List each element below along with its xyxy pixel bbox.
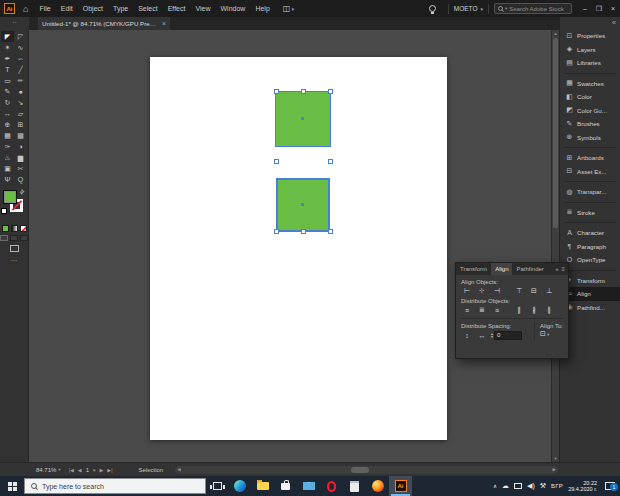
pen-tool[interactable]: ✒ <box>1 53 14 64</box>
menu-window[interactable]: Window <box>221 5 246 12</box>
dock-item-swatches[interactable]: ▦Swatches <box>560 77 620 91</box>
arrange-documents-button[interactable]: ◫ ▾ <box>283 4 294 13</box>
document-tab[interactable]: Untitled-1* @ 84.71% (CMYK/GPU Preview) … <box>38 17 170 30</box>
zoom-dropdown-icon[interactable]: ▾ <box>58 467 60 472</box>
start-button[interactable] <box>0 476 24 496</box>
symbol-sprayer-tool[interactable]: ♨ <box>1 152 14 163</box>
calc-taskbar-button[interactable] <box>343 476 366 496</box>
menu-edit[interactable]: Edit <box>61 5 73 12</box>
dock-item-properties[interactable]: ⊡Properties <box>560 29 620 43</box>
taskbar-search-input[interactable]: Type here to search <box>24 478 206 494</box>
rotate-tool[interactable]: ↻ <box>1 97 14 108</box>
horizontal-scrollbar[interactable]: ◀ ▶ <box>175 466 558 474</box>
blend-tool[interactable]: ◑ <box>14 141 27 152</box>
task-view-button[interactable] <box>206 476 228 496</box>
show-hidden-icons-button[interactable]: ∧ <box>493 483 497 489</box>
restore-button[interactable]: ❐ <box>592 0 606 17</box>
pencil-tool[interactable]: ✎ <box>1 86 14 97</box>
last-artboard-button[interactable]: ▶| <box>107 467 112 473</box>
mesh-tool[interactable]: ▦ <box>1 130 14 141</box>
scale-tool[interactable]: ↘ <box>14 97 27 108</box>
horizontal-align-right-button[interactable]: ⊣ <box>491 286 503 296</box>
dock-item-character[interactable]: ACharacter <box>560 226 620 240</box>
horizontal-distribute-left-button[interactable]: ∥ <box>513 305 525 315</box>
gradient-tool[interactable]: ▩ <box>14 130 27 141</box>
line-segment-tool[interactable]: ╱ <box>14 64 27 75</box>
selection-handle[interactable] <box>328 229 333 234</box>
next-artboard-button[interactable]: ▶ <box>100 467 104 473</box>
free-transform-tool[interactable]: ▱ <box>14 108 27 119</box>
menu-object[interactable]: Object <box>83 5 103 12</box>
display-icon[interactable] <box>514 483 522 489</box>
none-button[interactable] <box>20 225 27 232</box>
draw-inside-button[interactable] <box>20 235 28 241</box>
selection-tool[interactable]: ◤ <box>1 31 14 42</box>
horizontal-scroll-thumb[interactable] <box>351 467 369 473</box>
firefox-taskbar-button[interactable] <box>366 476 389 496</box>
vertical-align-center-button[interactable]: ⊟ <box>528 286 540 296</box>
width-tool[interactable]: ↔ <box>1 108 14 119</box>
curvature-tool[interactable]: ∽ <box>14 53 27 64</box>
dock-item-transparency[interactable]: ◍Transpar... <box>560 185 620 199</box>
paintbrush-tool[interactable]: ✏ <box>14 75 27 86</box>
selection-handle[interactable] <box>328 89 333 94</box>
menu-select[interactable]: Select <box>138 5 157 12</box>
vertical-align-top-button[interactable]: ⊤ <box>513 286 525 296</box>
lightbulb-icon[interactable] <box>429 5 436 12</box>
tab-close-icon[interactable]: × <box>159 20 166 27</box>
blob-brush-tool[interactable]: ● <box>14 86 27 97</box>
panel-menu-icon[interactable]: ≡ <box>561 266 565 272</box>
adobe-stock-search-input[interactable]: ▾ Search Adobe Stock <box>494 3 572 14</box>
horizontal-distribute-center-button[interactable]: ∦ <box>528 305 540 315</box>
artboard-number[interactable]: 1 <box>86 467 89 473</box>
gradient-button[interactable] <box>11 225 18 232</box>
minimize-button[interactable]: – <box>578 0 592 17</box>
column-graph-tool[interactable]: ▆ <box>14 152 27 163</box>
edit-toolbar-button[interactable]: … <box>0 255 28 262</box>
color-button[interactable] <box>2 225 9 232</box>
panel-tab-align[interactable]: Align <box>491 263 512 275</box>
type-tool[interactable]: T <box>1 64 14 75</box>
spacing-value-input[interactable]: 0 <box>494 331 522 340</box>
dock-item-color-guide[interactable]: ◩Color Gu... <box>560 104 620 118</box>
selection-handle[interactable] <box>274 229 279 234</box>
onedrive-cloud-icon[interactable]: ☁ <box>502 482 509 490</box>
stepper-down-icon[interactable]: ▾ <box>491 335 493 339</box>
dock-item-stroke[interactable]: ≣Stroke <box>560 206 620 220</box>
selection-handle[interactable] <box>301 89 306 94</box>
dock-item-transform[interactable]: ⌖Transform <box>560 274 620 288</box>
default-fill-stroke-icon[interactable] <box>1 208 7 214</box>
magic-wand-tool[interactable]: ✶ <box>1 42 14 53</box>
hand-tool[interactable]: Ψ <box>1 174 14 185</box>
shape-builder-tool[interactable]: ⊕ <box>1 119 14 130</box>
vertical-scroll-thumb[interactable] <box>553 38 558 228</box>
home-icon[interactable]: ⌂ <box>23 4 28 14</box>
scroll-right-icon[interactable]: ▶ <box>553 467 556 472</box>
dock-item-align[interactable]: ⊨Align <box>560 287 620 301</box>
dock-item-symbols[interactable]: ⊛Symbols <box>560 131 620 145</box>
spacing-stepper[interactable]: ▴▾ <box>491 332 493 339</box>
vertical-scrollbar[interactable]: ▲ ▼ <box>551 30 559 462</box>
draw-behind-button[interactable] <box>10 235 18 241</box>
artboard-dropdown-icon[interactable]: ▾ <box>93 467 96 473</box>
menu-effect[interactable]: Effect <box>168 5 186 12</box>
slice-tool[interactable]: ✂ <box>14 163 27 174</box>
vertical-distribute-top-button[interactable]: ≡ <box>461 305 473 315</box>
horizontal-distribute-space-button[interactable]: ↔ <box>476 330 488 340</box>
rectangle-tool[interactable]: ▭ <box>1 75 14 86</box>
explorer-taskbar-button[interactable] <box>251 476 274 496</box>
align-to-button[interactable]: ⊡ ▾ <box>540 330 563 338</box>
vertical-align-bottom-button[interactable]: ⊥ <box>543 286 555 296</box>
dock-item-libraries[interactable]: ▤Libraries <box>560 56 620 70</box>
vertical-distribute-space-button[interactable]: ↕ <box>461 330 473 340</box>
previous-artboard-button[interactable]: ◀ <box>78 467 82 473</box>
scroll-down-icon[interactable]: ▼ <box>552 456 559 461</box>
direct-selection-tool[interactable]: ◸ <box>14 31 27 42</box>
panel-tab-transform[interactable]: Transform <box>456 263 491 275</box>
selection-handle[interactable] <box>301 229 306 234</box>
panel-tab-pathfinder[interactable]: Pathfinder <box>512 263 547 275</box>
scroll-up-icon[interactable]: ▲ <box>552 31 559 36</box>
lasso-tool[interactable]: ∿ <box>14 42 27 53</box>
fill-color-swatch[interactable] <box>3 190 17 204</box>
horizontal-align-center-button[interactable]: ⊹ <box>476 286 488 296</box>
